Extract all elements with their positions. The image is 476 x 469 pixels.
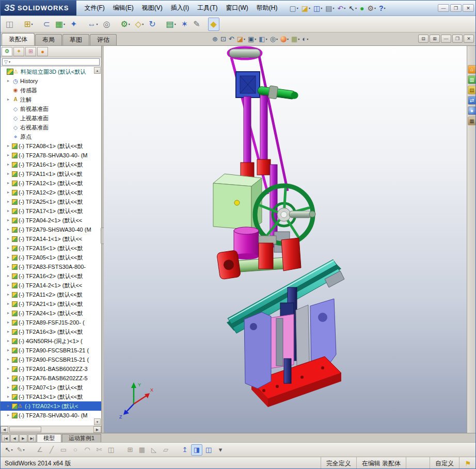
expand-arrow-icon[interactable]	[7, 218, 12, 222]
custom-properties-tab[interactable]: ▦	[468, 117, 476, 125]
assembly-features-button[interactable]: ⚙	[118, 18, 132, 31]
menu-item[interactable]: 窗口(W)	[222, 1, 252, 15]
expand-arrow-icon[interactable]	[7, 255, 12, 260]
up-axis-button[interactable]: ↥	[179, 444, 191, 456]
tree-item[interactable]: (-) TF2A16<2> (默认<<默	[1, 271, 101, 281]
expand-arrow-icon[interactable]	[7, 246, 12, 250]
configurationmanager-tab[interactable]: ⊞	[25, 47, 36, 56]
view-settings-button[interactable]: ◐	[301, 34, 309, 44]
tree-item[interactable]: (-) TF2A14-2<1> (默认<<	[1, 281, 101, 290]
linear-component-pattern-button[interactable]: ▦	[53, 18, 68, 31]
section-view-button[interactable]: ◪	[236, 34, 246, 44]
tree-item[interactable]: (-) TF2A12<1> (默认<<默	[1, 179, 101, 188]
tree-item[interactable]: 前视基准面	[1, 104, 101, 114]
expand-arrow-icon[interactable]	[7, 348, 12, 352]
expand-arrow-icon[interactable]	[7, 413, 12, 417]
expand-arrow-icon[interactable]	[7, 209, 12, 213]
display-grid-button[interactable]: ⊞	[124, 444, 136, 456]
expand-arrow-icon[interactable]	[7, 237, 12, 241]
tree-item[interactable]: (-) Tf2A02<1> (默认<	[1, 401, 101, 411]
new-motion-study-button[interactable]: ↻	[146, 18, 158, 31]
expand-arrow-icon[interactable]	[7, 265, 12, 269]
expand-arrow-icon[interactable]	[7, 98, 12, 102]
plane-display-button[interactable]: ▱	[160, 444, 171, 456]
doc-close-button[interactable]: ✕	[464, 35, 474, 43]
tree-item[interactable]: 注解	[1, 95, 101, 104]
dropdown-arrow-icon[interactable]	[142, 22, 144, 26]
scrollbar-track[interactable]	[8, 426, 93, 433]
tree-item[interactable]: (-) TF2A79-SHSWA30-40 (M	[1, 225, 101, 234]
tree-item[interactable]: (-) TF2A15<1> (默认<<默	[1, 244, 101, 253]
zoom-area-button[interactable]: ⊡	[219, 34, 227, 44]
hide-show-items-button[interactable]: ◎	[269, 34, 279, 44]
expand-arrow-icon[interactable]	[7, 330, 12, 334]
tree-item[interactable]: (-) TF2A07<1> (默认<<默	[1, 383, 101, 392]
appearances-scenes-tab[interactable]: ●	[468, 106, 476, 115]
last-tab-button[interactable]: ▶|	[28, 434, 36, 442]
scrollbar-thumb[interactable]	[9, 427, 41, 432]
save-button[interactable]: ◫	[312, 2, 324, 14]
restore-button[interactable]: ❐	[450, 4, 462, 12]
first-tab-button[interactable]: |◀	[2, 434, 10, 442]
tree-item[interactable]: (-) TF2A83-FSTS30A-800-	[1, 262, 101, 271]
instant3d-button[interactable]: ◆	[208, 18, 219, 31]
status-custom-dropdown[interactable]: 自定义	[430, 457, 459, 469]
rebuild-button[interactable]: ●	[358, 2, 366, 14]
tree-item[interactable]: (-) TF2A89-FSFJ15-200- (	[1, 318, 101, 327]
tree-item[interactable]: (-) TF2A25<1> (默认<<默	[1, 197, 101, 206]
motion-study-tab[interactable]: 运动算例1	[62, 434, 101, 442]
dropdown-arrow-icon[interactable]	[97, 22, 98, 26]
dropdown-arrow-icon[interactable]	[321, 6, 322, 10]
previous-view-button[interactable]: ↶	[228, 34, 235, 44]
expand-arrow-icon[interactable]	[7, 144, 12, 148]
tree-item[interactable]: (-) TF2A13<1> (默认<<默	[1, 392, 101, 401]
tree-item[interactable]: 上视基准面	[1, 114, 101, 123]
select-button[interactable]: ↖	[347, 2, 358, 14]
tree-item[interactable]: (-) TF2A05<1> (默认<<默	[1, 253, 101, 262]
tree-item[interactable]: (-) TF2A16<1> (默认<<默	[1, 160, 101, 169]
dropdown-arrow-icon[interactable]	[174, 22, 176, 26]
tree-item[interactable]: (-) TF2A11<1> (默认<<默	[1, 169, 101, 179]
expand-arrow-icon[interactable]	[7, 181, 12, 185]
expand-arrow-icon[interactable]	[7, 385, 12, 390]
doc-minimize-button[interactable]: —	[441, 35, 451, 43]
expand-arrow-icon[interactable]	[7, 376, 12, 380]
expand-arrow-icon[interactable]	[7, 190, 12, 195]
reference-geometry-button[interactable]: ◇	[133, 18, 146, 31]
tree-item[interactable]: (-) TF2A21<1> (默认<<默	[1, 299, 101, 309]
sketch-button[interactable]: ✎	[15, 444, 26, 456]
expand-arrow-icon[interactable]	[7, 339, 12, 343]
mirror-button[interactable]: ◫	[105, 444, 117, 456]
open-button[interactable]: ◪	[300, 2, 312, 14]
menu-item[interactable]: 编辑(E)	[109, 1, 138, 15]
expand-arrow-icon[interactable]	[7, 404, 12, 408]
dropdown-arrow-icon[interactable]	[298, 37, 299, 41]
dropdown-arrow-icon[interactable]	[297, 6, 298, 10]
evaluate-tab[interactable]: 评估	[90, 34, 117, 45]
expand-arrow-icon[interactable]	[7, 311, 12, 315]
view-orientation-button[interactable]: ▣	[247, 34, 257, 44]
mate-button[interactable]: ⊂	[41, 18, 53, 31]
tree-item[interactable]: (-) TF2A24<1> (默认<<默	[1, 309, 101, 318]
dropdown-arrow-icon[interactable]	[344, 6, 345, 10]
expand-arrow-icon[interactable]	[7, 358, 12, 362]
doc-pane-left-button[interactable]: ⊟	[418, 35, 429, 43]
next-tab-button[interactable]: ▶	[19, 434, 27, 442]
file-explorer-tab[interactable]: ▤	[468, 86, 476, 94]
edit-appearance-button[interactable]: ●	[279, 34, 290, 44]
move-component-button[interactable]: ⇔	[85, 18, 101, 31]
tree-item[interactable]: 传感器	[1, 86, 101, 95]
dropdown-arrow-icon[interactable]	[384, 6, 386, 10]
tree-scroll-down-button[interactable]	[94, 418, 101, 425]
save-view-button[interactable]: ◫	[203, 444, 214, 456]
expand-arrow-icon[interactable]	[7, 228, 12, 232]
dropdown-arrow-icon[interactable]	[309, 6, 310, 10]
tree-item[interactable]: 右视基准面	[1, 123, 101, 132]
filter-dropdown-icon[interactable]	[9, 60, 10, 63]
angle-snap-button[interactable]: ◺	[148, 444, 160, 456]
tree-item[interactable]: (-) 4GN50RH-(洞よ)<1> (	[1, 336, 101, 346]
sketch-tab[interactable]: 草图	[62, 34, 89, 45]
tree-item[interactable]: (-) TF2A76-BASB6202ZZ-5	[1, 374, 101, 383]
expand-arrow-icon[interactable]	[7, 367, 12, 371]
tree-item[interactable]: 原点	[1, 132, 101, 141]
